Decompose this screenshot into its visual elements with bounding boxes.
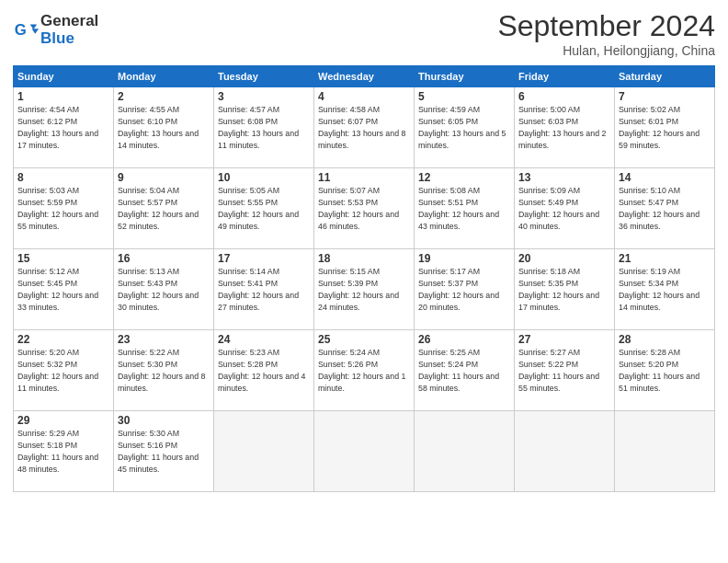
table-row: 26 Sunrise: 5:25 AMSunset: 5:24 PMDaylig… (415, 330, 515, 411)
location-text: Hulan, Heilongjiang, China (497, 43, 715, 58)
table-row-empty (415, 411, 515, 492)
title-block: September 2024 Hulan, Heilongjiang, Chin… (497, 9, 715, 58)
svg-marker-2 (32, 29, 39, 34)
table-row: 2 Sunrise: 4:55 AMSunset: 6:10 PMDayligh… (114, 87, 214, 168)
svg-text:G: G (15, 20, 27, 38)
page-header: G General Blue September 2024 Hulan, Hei… (13, 9, 715, 58)
table-row: 28 Sunrise: 5:28 AMSunset: 5:20 PMDaylig… (615, 330, 715, 411)
calendar-table: Sunday Monday Tuesday Wednesday Thursday… (13, 65, 715, 492)
table-row: 24 Sunrise: 5:23 AMSunset: 5:28 PMDaylig… (214, 330, 314, 411)
header-friday: Friday (515, 66, 615, 87)
table-row: 8 Sunrise: 5:03 AMSunset: 5:59 PMDayligh… (14, 168, 114, 249)
table-row: 22 Sunrise: 5:20 AMSunset: 5:32 PMDaylig… (14, 330, 114, 411)
header-wednesday: Wednesday (314, 66, 415, 87)
header-sunday: Sunday (14, 66, 114, 87)
table-row: 19 Sunrise: 5:17 AMSunset: 5:37 PMDaylig… (415, 249, 515, 330)
table-row: 11 Sunrise: 5:07 AMSunset: 5:53 PMDaylig… (314, 168, 415, 249)
table-row: 17 Sunrise: 5:14 AMSunset: 5:41 PMDaylig… (214, 249, 314, 330)
header-tuesday: Tuesday (214, 66, 314, 87)
table-row: 7 Sunrise: 5:02 AMSunset: 6:01 PMDayligh… (615, 87, 715, 168)
table-row: 30 Sunrise: 5:30 AMSunset: 5:16 PMDaylig… (114, 411, 214, 492)
table-row: 4 Sunrise: 4:58 AMSunset: 6:07 PMDayligh… (314, 87, 415, 168)
table-row: 18 Sunrise: 5:15 AMSunset: 5:39 PMDaylig… (314, 249, 415, 330)
table-row: 29 Sunrise: 5:29 AMSunset: 5:18 PMDaylig… (14, 411, 114, 492)
calendar-week-3: 15 Sunrise: 5:12 AMSunset: 5:45 PMDaylig… (14, 249, 715, 330)
table-row: 3 Sunrise: 4:57 AMSunset: 6:08 PMDayligh… (214, 87, 314, 168)
table-row: 1 Sunrise: 4:54 AMSunset: 6:12 PMDayligh… (14, 87, 114, 168)
calendar-week-1: 1 Sunrise: 4:54 AMSunset: 6:12 PMDayligh… (14, 87, 715, 168)
logo: G General Blue (13, 13, 98, 47)
month-title: September 2024 (497, 9, 715, 43)
calendar-week-4: 22 Sunrise: 5:20 AMSunset: 5:32 PMDaylig… (14, 330, 715, 411)
weekday-header-row: Sunday Monday Tuesday Wednesday Thursday… (14, 66, 715, 87)
table-row: 27 Sunrise: 5:27 AMSunset: 5:22 PMDaylig… (515, 330, 615, 411)
header-monday: Monday (114, 66, 214, 87)
logo-blue-text: Blue (40, 30, 98, 48)
table-row: 5 Sunrise: 4:59 AMSunset: 6:05 PMDayligh… (415, 87, 515, 168)
table-row: 16 Sunrise: 5:13 AMSunset: 5:43 PMDaylig… (114, 249, 214, 330)
table-row: 13 Sunrise: 5:09 AMSunset: 5:49 PMDaylig… (515, 168, 615, 249)
table-row-empty (515, 411, 615, 492)
header-thursday: Thursday (415, 66, 515, 87)
table-row: 10 Sunrise: 5:05 AMSunset: 5:55 PMDaylig… (214, 168, 314, 249)
table-row: 9 Sunrise: 5:04 AMSunset: 5:57 PMDayligh… (114, 168, 214, 249)
header-saturday: Saturday (615, 66, 715, 87)
table-row-empty (314, 411, 415, 492)
table-row: 6 Sunrise: 5:00 AMSunset: 6:03 PMDayligh… (515, 87, 615, 168)
table-row: 15 Sunrise: 5:12 AMSunset: 5:45 PMDaylig… (14, 249, 114, 330)
logo-general-text: General (40, 13, 98, 30)
table-row: 25 Sunrise: 5:24 AMSunset: 5:26 PMDaylig… (314, 330, 415, 411)
table-row: 12 Sunrise: 5:08 AMSunset: 5:51 PMDaylig… (415, 168, 515, 249)
table-row: 23 Sunrise: 5:22 AMSunset: 5:30 PMDaylig… (114, 330, 214, 411)
table-row-empty (214, 411, 314, 492)
table-row: 20 Sunrise: 5:18 AMSunset: 5:35 PMDaylig… (515, 249, 615, 330)
calendar-week-2: 8 Sunrise: 5:03 AMSunset: 5:59 PMDayligh… (14, 168, 715, 249)
logo-icon: G (13, 17, 39, 43)
table-row-empty (615, 411, 715, 492)
calendar-week-5: 29 Sunrise: 5:29 AMSunset: 5:18 PMDaylig… (14, 411, 715, 492)
table-row: 14 Sunrise: 5:10 AMSunset: 5:47 PMDaylig… (615, 168, 715, 249)
table-row: 21 Sunrise: 5:19 AMSunset: 5:34 PMDaylig… (615, 249, 715, 330)
